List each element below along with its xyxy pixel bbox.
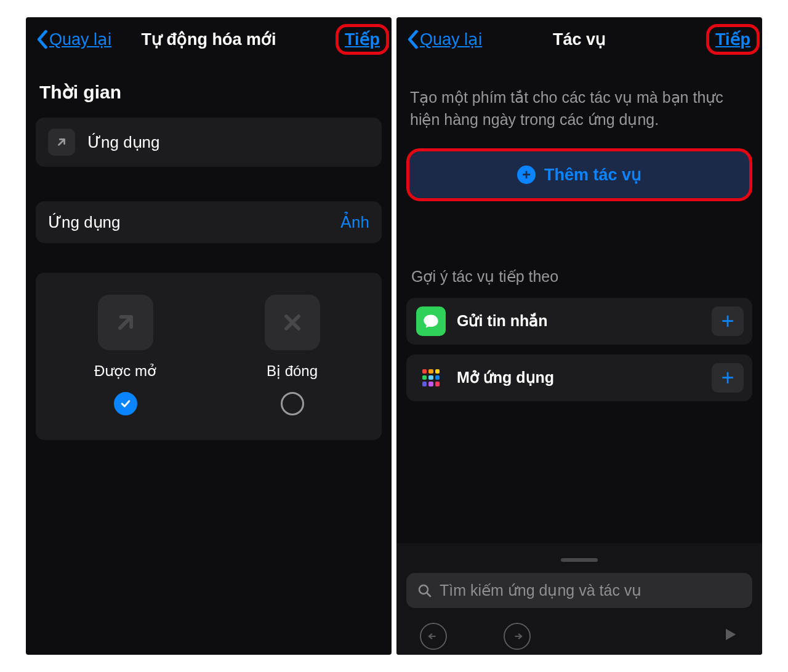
back-label: Quay lại	[420, 30, 482, 49]
plus-circle-icon: +	[517, 166, 536, 184]
close-icon	[265, 295, 320, 350]
app-select-panel: Ứng dụng Ảnh	[36, 201, 382, 243]
undo-button[interactable]	[420, 623, 447, 650]
suggestion-label: Gửi tin nhắn	[457, 312, 701, 330]
nav-title: Tác vụ	[553, 30, 606, 49]
option-closed-label: Bị đóng	[267, 362, 318, 380]
back-button[interactable]: Quay lại	[406, 30, 482, 49]
app-select-value: Ảnh	[340, 213, 369, 232]
nav-bar: Quay lại Tác vụ Tiếp	[396, 17, 762, 62]
option-opened-label: Được mở	[94, 362, 156, 380]
add-action-label: Thêm tác vụ	[544, 165, 641, 185]
open-arrow-icon	[98, 295, 153, 350]
screen-actions: Quay lại Tác vụ Tiếp Tạo một phím tắt ch…	[396, 17, 762, 655]
next-button[interactable]: Tiếp	[715, 30, 750, 49]
back-label: Quay lại	[49, 30, 111, 49]
suggestion-send-message[interactable]: Gửi tin nhắn +	[406, 298, 752, 345]
section-title-time: Thời gian	[39, 81, 382, 103]
app-trigger-row[interactable]: Ứng dụng	[36, 118, 382, 167]
app-select-row[interactable]: Ứng dụng Ảnh	[36, 201, 382, 243]
radio-closed[interactable]	[281, 392, 304, 415]
option-closed[interactable]: Bị đóng	[215, 295, 369, 415]
suggestion-open-app[interactable]: Mở ứng dụng +	[406, 354, 752, 401]
highlight-next: Tiếp	[706, 24, 760, 55]
next-button[interactable]: Tiếp	[345, 30, 380, 49]
search-input[interactable]: Tìm kiếm ứng dụng và tác vụ	[406, 573, 752, 608]
redo-button[interactable]	[504, 623, 531, 650]
app-trigger-label: Ứng dụng	[87, 133, 369, 152]
search-placeholder: Tìm kiếm ứng dụng và tác vụ	[440, 582, 641, 599]
sheet-handle[interactable]	[561, 558, 598, 562]
app-select-label: Ứng dụng	[48, 213, 340, 232]
check-icon	[119, 398, 132, 410]
run-button[interactable]	[722, 625, 739, 648]
highlight-next: Tiếp	[336, 24, 389, 55]
option-opened[interactable]: Được mở	[48, 295, 203, 415]
messages-icon	[416, 306, 446, 336]
suggestions-title: Gợi ý tác vụ tiếp theo	[411, 268, 752, 286]
description-text: Tạo một phím tắt cho các tác vụ mà bạn t…	[410, 86, 749, 131]
add-suggestion-button[interactable]: +	[712, 363, 744, 393]
search-sheet: Tìm kiếm ứng dụng và tác vụ	[396, 543, 762, 655]
open-arrow-icon	[48, 129, 75, 156]
nav-title: Tự động hóa mới	[142, 30, 276, 49]
app-grid-icon	[416, 363, 446, 393]
back-button[interactable]: Quay lại	[36, 30, 111, 49]
add-action-button[interactable]: + Thêm tác vụ	[406, 148, 752, 201]
open-close-options: Được mở Bị đóng	[36, 273, 382, 440]
chevron-left-icon	[406, 30, 419, 49]
chevron-left-icon	[36, 30, 48, 49]
suggestion-label: Mở ứng dụng	[457, 369, 701, 386]
radio-opened[interactable]	[114, 392, 137, 415]
app-trigger-panel: Ứng dụng	[36, 118, 382, 167]
keyboard-toolbar	[406, 608, 752, 655]
screen-automation: Quay lại Tự động hóa mới Tiếp Thời gian …	[26, 17, 392, 655]
search-icon	[417, 583, 432, 598]
nav-bar: Quay lại Tự động hóa mới Tiếp	[26, 17, 392, 62]
add-suggestion-button[interactable]: +	[712, 306, 744, 336]
